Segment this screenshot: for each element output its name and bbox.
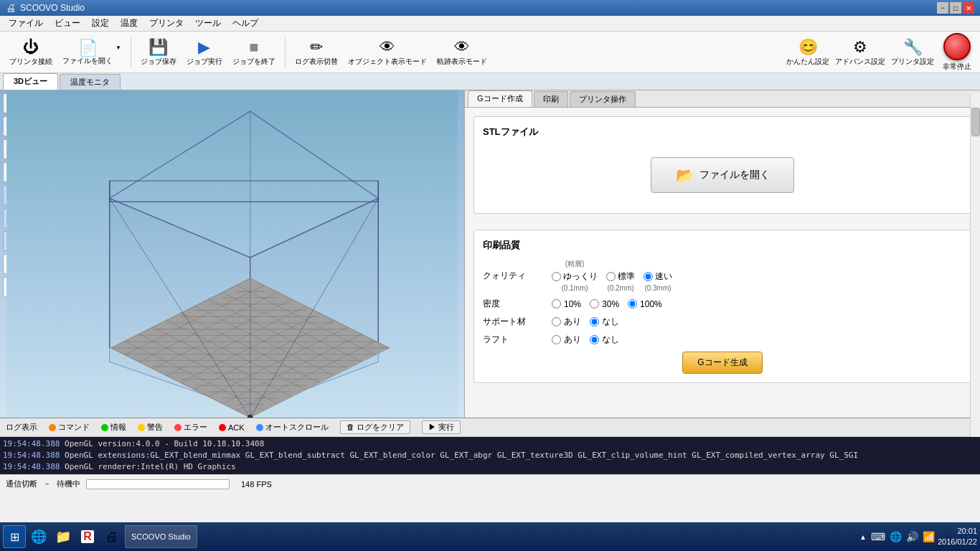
speaker-icon[interactable]: 🔊 xyxy=(906,531,918,542)
density-radio-group: 10% 30% 100% xyxy=(552,299,662,309)
smiley-icon: 😊 xyxy=(798,38,818,57)
taskbar-scoovo-item[interactable]: SCOOVO Studio xyxy=(125,525,197,548)
density-30-radio[interactable] xyxy=(590,299,599,309)
maximize-button[interactable]: □ xyxy=(950,2,961,14)
generate-gcode-button[interactable]: Gコード生成 xyxy=(682,352,762,374)
toolbar: ⏻ プリンタ接続 📄 ファイルを開く ▼ 💾 ジョブ保存 ▶ ジョブ実行 ■ ジ… xyxy=(0,32,980,73)
quality-slow-sublabel: (精層) xyxy=(565,259,585,269)
menu-tools[interactable]: ツール xyxy=(189,16,227,31)
execute-button[interactable]: ▶ 実行 xyxy=(422,420,461,434)
folder-icon: 📂 xyxy=(676,166,694,184)
scoovo-task-label: SCOOVO Studio xyxy=(131,532,191,541)
menu-file[interactable]: ファイル xyxy=(3,16,49,31)
support-yes-option[interactable]: あり xyxy=(552,316,581,328)
save-job-label: ジョブ保存 xyxy=(141,57,176,67)
menubar: ファイル ビュー 設定 温度 プリンタ ツール ヘルプ xyxy=(0,16,980,32)
menu-view[interactable]: ビュー xyxy=(49,16,86,31)
network-icon[interactable]: 🌐 xyxy=(890,531,902,542)
raft-row: ラフト あり なし xyxy=(483,334,962,346)
log-filter-info[interactable]: 情報 xyxy=(101,422,126,433)
dropdown-arrow-icon[interactable]: ▼ xyxy=(116,44,121,51)
titlebar: 🖨 SCOOVO Studio － □ ✕ xyxy=(0,0,980,16)
minimize-button[interactable]: － xyxy=(937,2,948,14)
easy-settings-button[interactable]: 😊 かんたん設定 xyxy=(786,38,829,67)
quality-slow-option[interactable]: (精層) ゆっくり (0.1mm) xyxy=(552,259,598,292)
quality-normal-option[interactable]: 標準 (0.2mm) xyxy=(606,259,635,292)
density-30-option[interactable]: 30% xyxy=(590,299,619,309)
log-toggle-button[interactable]: ✏ ログ表示切替 xyxy=(291,36,341,69)
object-display-button[interactable]: 👁 オブジェクト表示モード xyxy=(344,36,430,69)
menu-help[interactable]: ヘルプ xyxy=(227,16,264,31)
raft-no-option[interactable]: なし xyxy=(590,334,619,346)
file-icon: 📄 xyxy=(78,40,98,56)
emergency-stop-label: 非常停止 xyxy=(943,62,971,72)
density-100-option[interactable]: 100% xyxy=(628,299,662,309)
menu-settings[interactable]: 設定 xyxy=(86,16,115,31)
log-time-2: 19:54:48.388 xyxy=(3,451,60,460)
support-no-option[interactable]: なし xyxy=(590,316,619,328)
open-stl-label: ファイルを開く xyxy=(699,169,770,182)
log-filter-error[interactable]: エラー xyxy=(174,422,207,433)
quality-fast-radio[interactable] xyxy=(644,272,653,281)
print-settings-button[interactable]: 🔧 プリンタ設定 xyxy=(891,38,934,67)
emergency-stop-button[interactable]: 非常停止 xyxy=(940,33,974,72)
log-filter-warning[interactable]: 警告 xyxy=(138,422,163,433)
connect-button[interactable]: ⏻ プリンタ接続 xyxy=(6,36,56,69)
system-clock[interactable]: 20:01 2016/01/22 xyxy=(938,526,977,548)
support-no-radio[interactable] xyxy=(590,317,599,326)
keyboard-icon[interactable]: ⌨ xyxy=(871,531,885,542)
tab-temperature[interactable]: 温度モニタ xyxy=(60,74,121,90)
battery-icon[interactable]: 📶 xyxy=(923,531,935,542)
taskbar: ⊞ 🌐 📁 R 🖨 SCOOVO Studio ▲ ⌨ 🌐 🔊 📶 20:01 … xyxy=(0,522,980,551)
run-job-button[interactable]: ▶ ジョブ実行 xyxy=(183,36,226,69)
menu-temperature[interactable]: 温度 xyxy=(115,16,143,31)
taskbar-explorer[interactable]: 📁 xyxy=(52,525,75,548)
log-filter-show[interactable]: ログ表示 xyxy=(6,422,37,433)
raft-no-radio[interactable] xyxy=(590,335,599,344)
close-button[interactable]: ✕ xyxy=(963,2,974,14)
quality-normal-radio[interactable] xyxy=(606,272,616,281)
scrollbar-thumb[interactable] xyxy=(971,108,980,136)
taskbar-printer[interactable]: 🖨 xyxy=(100,525,123,548)
log-filter-autoscroll[interactable]: オートスクロール xyxy=(256,422,329,433)
stop-job-button[interactable]: ■ ジョブを終了 xyxy=(229,36,279,69)
log-filter-command[interactable]: コマンド xyxy=(49,422,90,433)
ack-dot-icon xyxy=(219,424,226,431)
clear-log-button[interactable]: 🗑 ログをクリア xyxy=(340,420,410,434)
tab-3dview[interactable]: 3Dビュー xyxy=(3,73,58,90)
raft-yes-option[interactable]: あり xyxy=(552,334,581,346)
stl-file-section: STLファイル 📂 ファイルを開く xyxy=(473,116,971,214)
open-stl-button[interactable]: 📂 ファイルを開く xyxy=(651,157,794,193)
rtab-printer-ops[interactable]: プリンタ操作 xyxy=(570,91,636,107)
density-10-radio[interactable] xyxy=(552,299,561,309)
density-100-radio[interactable] xyxy=(628,299,637,309)
viewport-scene xyxy=(0,90,464,418)
start-button[interactable]: ⊞ xyxy=(3,525,26,548)
menu-printer[interactable]: プリンタ xyxy=(143,16,189,31)
right-scrollbar[interactable] xyxy=(970,93,980,458)
taskbar-app-r[interactable]: R xyxy=(76,525,99,548)
quality-normal-label: 標準 xyxy=(618,270,635,283)
raft-yes-radio[interactable] xyxy=(552,335,561,344)
open-file-button[interactable]: 📄 ファイルを開く ▼ xyxy=(59,37,125,68)
save-job-button[interactable]: 💾 ジョブ保存 xyxy=(137,36,180,69)
advance-settings-button[interactable]: ⚙ アドバンス設定 xyxy=(835,38,885,67)
rtab-print[interactable]: 印刷 xyxy=(534,91,568,107)
log-filter-ack[interactable]: ACK xyxy=(219,423,245,432)
quality-slow-radio[interactable] xyxy=(552,272,561,281)
quality-row: クォリティ (精層) ゆっくり (0.1mm) xyxy=(483,259,962,292)
support-yes-radio[interactable] xyxy=(552,317,561,326)
density-10-option[interactable]: 10% xyxy=(552,299,581,309)
progress-bar xyxy=(86,479,230,489)
quality-fast-option[interactable]: 速い (0.3mm) xyxy=(644,259,672,292)
viewport[interactable]: ↺ ✛ ⊹ 🔍 ⬜ ▣ ⬛ ╱ 🗑 xyxy=(0,90,465,418)
taskbar-browser[interactable]: 🌐 xyxy=(27,525,50,548)
tray-icons: ▲ ⌨ 🌐 🔊 📶 xyxy=(859,531,935,542)
log-time-4: 19:54:48.388 xyxy=(3,474,60,474)
chevron-up-icon[interactable]: ▲ xyxy=(859,533,867,541)
trajectory-display-button[interactable]: 👁 軌跡表示モード xyxy=(433,36,491,69)
command-dot-icon xyxy=(49,424,56,431)
rtab-gcode[interactable]: Gコード作成 xyxy=(468,90,532,107)
quality-radio-group: (精層) ゆっくり (0.1mm) xyxy=(552,259,672,292)
log-error-label: エラー xyxy=(184,422,207,433)
